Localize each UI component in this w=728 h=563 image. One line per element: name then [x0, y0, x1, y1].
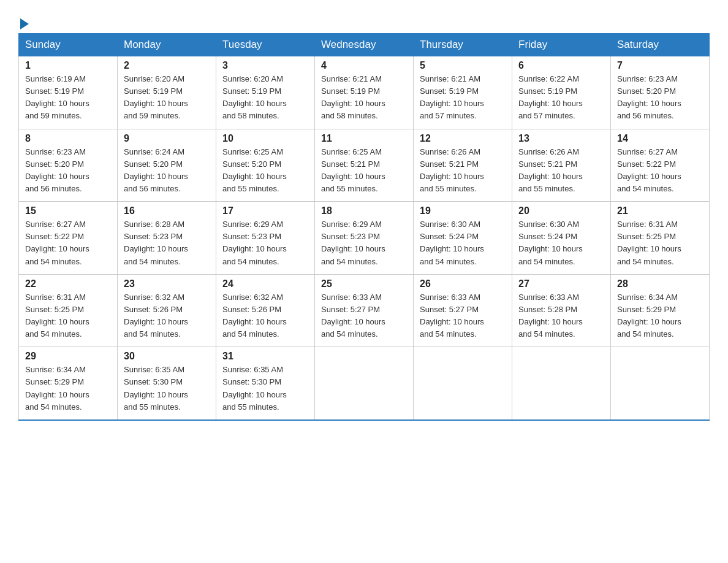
day-info: Sunrise: 6:27 AMSunset: 5:22 PMDaylight:… — [617, 147, 681, 193]
day-cell: 3 Sunrise: 6:20 AMSunset: 5:19 PMDayligh… — [216, 56, 315, 129]
day-number: 14 — [617, 133, 703, 144]
day-cell: 21 Sunrise: 6:31 AMSunset: 5:25 PMDaylig… — [611, 202, 710, 275]
col-header-tuesday: Tuesday — [216, 34, 315, 56]
day-info: Sunrise: 6:24 AMSunset: 5:20 PMDaylight:… — [124, 147, 188, 193]
day-cell: 6 Sunrise: 6:22 AMSunset: 5:19 PMDayligh… — [512, 56, 611, 129]
logo — [18, 12, 29, 27]
day-cell: 8 Sunrise: 6:23 AMSunset: 5:20 PMDayligh… — [19, 129, 118, 202]
day-info: Sunrise: 6:26 AMSunset: 5:21 PMDaylight:… — [420, 147, 484, 193]
day-info: Sunrise: 6:28 AMSunset: 5:23 PMDaylight:… — [124, 220, 188, 266]
day-cell: 11 Sunrise: 6:25 AMSunset: 5:21 PMDaylig… — [315, 129, 414, 202]
day-number: 3 — [222, 60, 308, 71]
day-number: 2 — [124, 60, 210, 71]
day-number: 6 — [518, 60, 604, 71]
day-info: Sunrise: 6:23 AMSunset: 5:20 PMDaylight:… — [25, 147, 89, 193]
page-header — [18, 12, 710, 27]
day-info: Sunrise: 6:33 AMSunset: 5:27 PMDaylight:… — [321, 293, 385, 339]
day-number: 10 — [222, 133, 308, 144]
day-cell: 19 Sunrise: 6:30 AMSunset: 5:24 PMDaylig… — [414, 202, 512, 275]
day-number: 7 — [617, 60, 703, 71]
day-cell: 9 Sunrise: 6:24 AMSunset: 5:20 PMDayligh… — [118, 129, 216, 202]
day-cell: 23 Sunrise: 6:32 AMSunset: 5:26 PMDaylig… — [118, 274, 216, 347]
day-info: Sunrise: 6:31 AMSunset: 5:25 PMDaylight:… — [617, 220, 681, 266]
day-cell — [315, 347, 414, 420]
day-info: Sunrise: 6:32 AMSunset: 5:26 PMDaylight:… — [124, 293, 188, 339]
day-info: Sunrise: 6:27 AMSunset: 5:22 PMDaylight:… — [25, 220, 89, 266]
day-info: Sunrise: 6:33 AMSunset: 5:27 PMDaylight:… — [420, 293, 484, 339]
day-cell: 27 Sunrise: 6:33 AMSunset: 5:28 PMDaylig… — [512, 274, 611, 347]
day-number: 9 — [124, 133, 210, 144]
day-number: 1 — [25, 60, 111, 71]
day-number: 30 — [124, 351, 210, 362]
day-number: 5 — [420, 60, 506, 71]
day-info: Sunrise: 6:35 AMSunset: 5:30 PMDaylight:… — [222, 365, 287, 411]
day-cell: 22 Sunrise: 6:31 AMSunset: 5:25 PMDaylig… — [19, 274, 118, 347]
day-info: Sunrise: 6:20 AMSunset: 5:19 PMDaylight:… — [124, 74, 188, 120]
day-number: 13 — [518, 133, 604, 144]
col-header-sunday: Sunday — [19, 34, 118, 56]
day-number: 11 — [321, 133, 407, 144]
day-number: 15 — [25, 205, 111, 216]
day-number: 29 — [25, 351, 111, 362]
day-cell: 10 Sunrise: 6:25 AMSunset: 5:20 PMDaylig… — [216, 129, 315, 202]
day-cell: 4 Sunrise: 6:21 AMSunset: 5:19 PMDayligh… — [315, 56, 414, 129]
col-header-thursday: Thursday — [414, 34, 512, 56]
week-row-4: 22 Sunrise: 6:31 AMSunset: 5:25 PMDaylig… — [19, 274, 710, 347]
day-number: 12 — [420, 133, 506, 144]
day-cell: 14 Sunrise: 6:27 AMSunset: 5:22 PMDaylig… — [611, 129, 710, 202]
day-info: Sunrise: 6:31 AMSunset: 5:25 PMDaylight:… — [25, 293, 89, 339]
day-info: Sunrise: 6:35 AMSunset: 5:30 PMDaylight:… — [124, 365, 188, 411]
day-info: Sunrise: 6:34 AMSunset: 5:29 PMDaylight:… — [25, 365, 89, 411]
day-cell: 7 Sunrise: 6:23 AMSunset: 5:20 PMDayligh… — [611, 56, 710, 129]
day-info: Sunrise: 6:29 AMSunset: 5:23 PMDaylight:… — [222, 220, 287, 266]
day-info: Sunrise: 6:30 AMSunset: 5:24 PMDaylight:… — [420, 220, 484, 266]
day-info: Sunrise: 6:26 AMSunset: 5:21 PMDaylight:… — [518, 147, 583, 193]
day-cell: 17 Sunrise: 6:29 AMSunset: 5:23 PMDaylig… — [216, 202, 315, 275]
day-number: 20 — [518, 205, 604, 216]
week-row-1: 1 Sunrise: 6:19 AMSunset: 5:19 PMDayligh… — [19, 56, 710, 129]
day-number: 16 — [124, 205, 210, 216]
day-number: 8 — [25, 133, 111, 144]
day-number: 26 — [420, 278, 506, 289]
day-cell: 18 Sunrise: 6:29 AMSunset: 5:23 PMDaylig… — [315, 202, 414, 275]
day-info: Sunrise: 6:25 AMSunset: 5:21 PMDaylight:… — [321, 147, 385, 193]
day-info: Sunrise: 6:29 AMSunset: 5:23 PMDaylight:… — [321, 220, 385, 266]
day-cell: 2 Sunrise: 6:20 AMSunset: 5:19 PMDayligh… — [118, 56, 216, 129]
day-cell: 25 Sunrise: 6:33 AMSunset: 5:27 PMDaylig… — [315, 274, 414, 347]
day-number: 25 — [321, 278, 407, 289]
day-info: Sunrise: 6:25 AMSunset: 5:20 PMDaylight:… — [222, 147, 287, 193]
day-info: Sunrise: 6:22 AMSunset: 5:19 PMDaylight:… — [518, 74, 583, 120]
week-row-2: 8 Sunrise: 6:23 AMSunset: 5:20 PMDayligh… — [19, 129, 710, 202]
day-cell: 26 Sunrise: 6:33 AMSunset: 5:27 PMDaylig… — [414, 274, 512, 347]
day-cell — [611, 347, 710, 420]
day-number: 19 — [420, 205, 506, 216]
week-row-5: 29 Sunrise: 6:34 AMSunset: 5:29 PMDaylig… — [19, 347, 710, 420]
day-number: 27 — [518, 278, 604, 289]
day-info: Sunrise: 6:30 AMSunset: 5:24 PMDaylight:… — [518, 220, 583, 266]
day-number: 23 — [124, 278, 210, 289]
header-row: SundayMondayTuesdayWednesdayThursdayFrid… — [19, 34, 710, 56]
day-cell: 24 Sunrise: 6:32 AMSunset: 5:26 PMDaylig… — [216, 274, 315, 347]
day-number: 24 — [222, 278, 308, 289]
logo-arrow-icon — [20, 18, 29, 29]
col-header-wednesday: Wednesday — [315, 34, 414, 56]
day-cell: 16 Sunrise: 6:28 AMSunset: 5:23 PMDaylig… — [118, 202, 216, 275]
day-cell: 1 Sunrise: 6:19 AMSunset: 5:19 PMDayligh… — [19, 56, 118, 129]
day-cell: 29 Sunrise: 6:34 AMSunset: 5:29 PMDaylig… — [19, 347, 118, 420]
calendar-table: SundayMondayTuesdayWednesdayThursdayFrid… — [18, 33, 710, 421]
day-cell — [512, 347, 611, 420]
col-header-monday: Monday — [118, 34, 216, 56]
day-cell: 12 Sunrise: 6:26 AMSunset: 5:21 PMDaylig… — [414, 129, 512, 202]
day-cell: 5 Sunrise: 6:21 AMSunset: 5:19 PMDayligh… — [414, 56, 512, 129]
col-header-saturday: Saturday — [611, 34, 710, 56]
day-cell: 15 Sunrise: 6:27 AMSunset: 5:22 PMDaylig… — [19, 202, 118, 275]
day-info: Sunrise: 6:33 AMSunset: 5:28 PMDaylight:… — [518, 293, 583, 339]
day-info: Sunrise: 6:23 AMSunset: 5:20 PMDaylight:… — [617, 74, 681, 120]
day-cell: 30 Sunrise: 6:35 AMSunset: 5:30 PMDaylig… — [118, 347, 216, 420]
col-header-friday: Friday — [512, 34, 611, 56]
day-info: Sunrise: 6:32 AMSunset: 5:26 PMDaylight:… — [222, 293, 287, 339]
day-number: 18 — [321, 205, 407, 216]
day-number: 28 — [617, 278, 703, 289]
day-cell: 13 Sunrise: 6:26 AMSunset: 5:21 PMDaylig… — [512, 129, 611, 202]
day-info: Sunrise: 6:20 AMSunset: 5:19 PMDaylight:… — [222, 74, 287, 120]
